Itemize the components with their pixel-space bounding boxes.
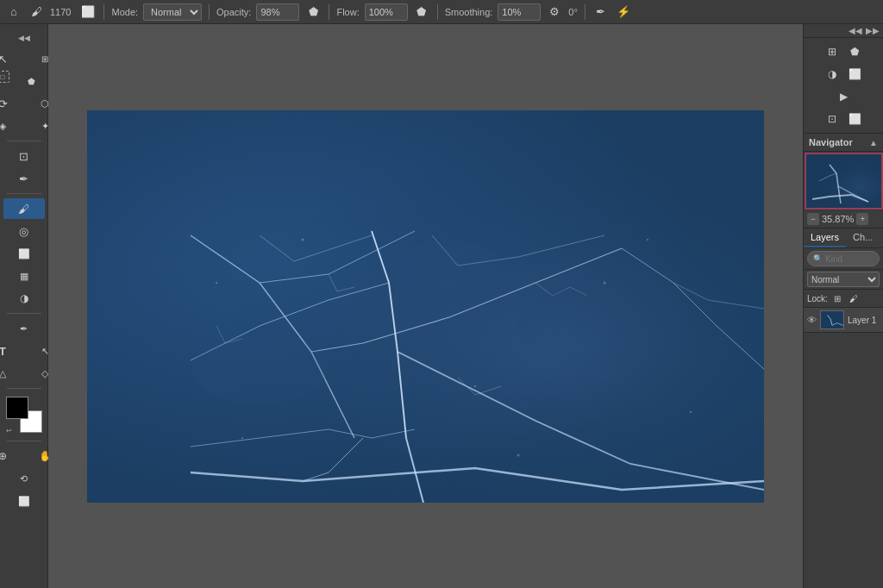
svg-point-5 <box>398 240 501 291</box>
tool-sep-5 <box>7 441 41 441</box>
smoothing-input[interactable] <box>498 3 541 21</box>
sep-5 <box>585 4 586 20</box>
mode-label: Mode: <box>111 7 138 17</box>
main-area: ◀◀ ↖ ⊞ □ ⬟ ⟳ ⬡ ◈ ✦ ⊡ ✒ 🖌 ◎ ⬜ ▦ ◑ ✒ T ↖ <box>0 24 883 588</box>
mode-select[interactable]: Normal Multiply Screen Overlay <box>143 3 202 21</box>
smoothing-label: Smoothing: <box>445 7 493 17</box>
collapse-left-btn[interactable]: ◀◀ <box>16 29 33 47</box>
layers-tabs: Layers Ch... <box>804 228 883 248</box>
angle-value: 0° <box>568 7 578 17</box>
dodge-btn[interactable]: ◑ <box>3 288 45 309</box>
tab-channels[interactable]: Ch... <box>846 228 880 247</box>
text-tool-btn[interactable]: T <box>0 341 23 361</box>
adjustments-icon-btn[interactable]: ◑ <box>822 64 842 84</box>
pen-tool-btn[interactable]: ✒ <box>3 318 45 339</box>
right-icon-row-3: ▶ <box>833 86 854 107</box>
svg-point-6 <box>216 282 217 284</box>
move-tool-btn[interactable]: ↖ <box>0 48 23 69</box>
stylus-icon[interactable]: ✒ <box>592 3 610 21</box>
brush-settings-btn[interactable]: ⬜ <box>79 3 97 21</box>
brush-tool-btn[interactable]: 🖌 <box>3 198 45 219</box>
svg-point-3 <box>191 335 329 403</box>
zoom-in-btn[interactable]: + <box>856 213 868 225</box>
sep-2 <box>209 4 210 20</box>
lock-image-btn[interactable]: 🖌 <box>847 291 861 305</box>
navigator-header: Navigator ▲ <box>804 134 883 152</box>
clone-stamp-btn[interactable]: ◎ <box>3 221 45 241</box>
tab-layers[interactable]: Layers <box>804 228 846 247</box>
gradients-icon-btn[interactable]: ▶ <box>833 86 854 107</box>
eyedropper-btn[interactable]: ✒ <box>3 168 45 189</box>
search-icon: 🔍 <box>813 254 823 263</box>
navigator-preview-svg <box>804 152 883 210</box>
properties-icon-btn[interactable]: ⊞ <box>822 41 842 62</box>
home-button[interactable]: ⌂ <box>5 3 22 21</box>
patterns-icon-btn[interactable]: ⊡ <box>822 109 842 129</box>
lock-label: Lock: <box>807 294 828 303</box>
layer-item[interactable]: 👁 Layer 1 <box>804 308 883 333</box>
crop-tool-btn[interactable]: ⊡ <box>3 146 45 166</box>
layer-visibility-icon[interactable]: 👁 <box>807 315 817 325</box>
svg-point-9 <box>604 281 606 284</box>
canvas-area[interactable] <box>48 24 803 588</box>
svg-point-10 <box>690 411 692 413</box>
screen-mode-btn[interactable]: ⬜ <box>3 491 45 511</box>
canvas-svg <box>87 110 764 503</box>
zoom-value: 35.87% <box>822 214 854 224</box>
swatches-icon-btn[interactable]: ⬜ <box>844 64 865 84</box>
layers-panel: Layers Ch... 🔍 Normal Multiply Screen Ov… <box>804 228 883 588</box>
layers-search-input[interactable] <box>825 254 874 264</box>
layers-search-box[interactable]: 🔍 <box>807 251 880 266</box>
triangle-tool-btn[interactable]: △ <box>0 363 23 384</box>
tool-sep-2 <box>7 193 41 194</box>
opacity-label: Opacity: <box>216 7 251 17</box>
svg-point-8 <box>474 385 476 387</box>
flow-label: Flow: <box>336 7 359 17</box>
right-icon-row-4: ⊡ ⬜ <box>822 109 865 129</box>
collapse-right-btn[interactable]: ◀◀ <box>849 26 862 35</box>
expand-right-btn[interactable]: ▶▶ <box>866 26 880 35</box>
quick-select-btn[interactable]: ◈ <box>0 116 23 136</box>
canvas-image <box>87 110 764 503</box>
layers-blend-row: Normal Multiply Screen Overlay <box>804 270 883 290</box>
navigator-panel: Navigator ▲ − 35.87% + <box>804 134 883 228</box>
eraser-btn[interactable]: ⬜ <box>3 243 45 264</box>
svg-point-13 <box>647 239 648 241</box>
ellipse-marquee-btn[interactable]: ⬟ <box>10 71 52 91</box>
right-icons-strip: ⊞ ⬟ ◑ ⬜ ▶ ⊡ ⬜ <box>804 38 883 134</box>
flow-input[interactable] <box>365 3 408 21</box>
layer-name: Layer 1 <box>848 316 880 325</box>
left-toolbar: ◀◀ ↖ ⊞ □ ⬟ ⟳ ⬡ ◈ ✦ ⊡ ✒ 🖌 ◎ ⬜ ▦ ◑ ✒ T ↖ <box>0 24 48 588</box>
layers-blend-mode-select[interactable]: Normal Multiply Screen Overlay <box>807 272 880 287</box>
navigator-collapse-btn[interactable]: ▲ <box>869 138 878 147</box>
pressure-flow-icon[interactable]: ⬟ <box>413 3 430 21</box>
tool-sep-4 <box>7 388 41 389</box>
brush-number: 1170 <box>50 7 71 17</box>
top-toolbar: ⌂ 🖌 1170 ⬜ Mode: Normal Multiply Screen … <box>0 0 883 24</box>
gear-icon-btn[interactable]: ⚙ <box>546 3 563 21</box>
zoom-out-btn[interactable]: − <box>807 213 819 225</box>
libraries-icon-btn[interactable]: ⬟ <box>844 41 865 62</box>
actions-icon-btn[interactable]: ⬜ <box>844 109 865 129</box>
rect-marquee-btn[interactable]: □ <box>0 71 9 83</box>
pressure-opacity-icon[interactable]: ⬟ <box>304 3 322 21</box>
foreground-color-swatch[interactable] <box>6 397 28 419</box>
brush-tool-icon-btn[interactable]: 🖌 <box>28 3 45 21</box>
tool-sep-3 <box>7 313 41 314</box>
reset-colors-btn[interactable]: ↩ <box>6 427 12 435</box>
tool-sep-1 <box>7 141 41 141</box>
svg-point-11 <box>241 437 243 439</box>
svg-point-7 <box>302 238 304 241</box>
right-icon-row-2: ◑ ⬜ <box>822 64 865 84</box>
lasso-tool-btn[interactable]: ⟳ <box>0 93 23 114</box>
rotate-view-btn[interactable]: ⟲ <box>3 468 45 489</box>
layer-thumbnail <box>820 310 844 329</box>
svg-rect-17 <box>821 311 842 328</box>
gradient-btn[interactable]: ▦ <box>3 266 45 286</box>
zoom-tool-btn[interactable]: ⊕ <box>0 446 23 466</box>
opacity-input[interactable] <box>256 3 299 21</box>
lock-transparent-btn[interactable]: ⊞ <box>830 291 844 305</box>
symmetry-icon[interactable]: ⚡ <box>615 3 632 21</box>
sep-4 <box>437 4 438 20</box>
color-swatches: ↩ <box>6 397 42 433</box>
